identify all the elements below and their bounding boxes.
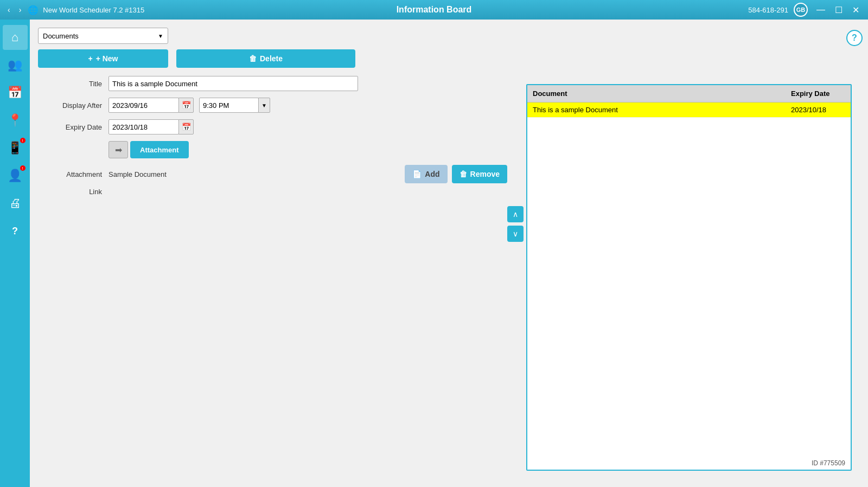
- expiry-calendar-button[interactable]: 📅: [178, 119, 194, 134]
- expiry-date-input[interactable]: [108, 119, 179, 134]
- delete-button[interactable]: 🗑 Delete: [176, 49, 355, 68]
- map-icon: 📍: [8, 113, 22, 127]
- sidebar-item-mobile[interactable]: 📱 !: [3, 136, 28, 161]
- sidebar-item-help[interactable]: ?: [3, 219, 28, 244]
- title-label: Title: [38, 80, 108, 88]
- table-row[interactable]: This is a sample Document 2023/10/18: [527, 102, 851, 118]
- new-button-label: + New: [96, 54, 118, 63]
- attachment-value: Sample Document: [108, 170, 400, 178]
- expiry-cell: 2023/10/18: [786, 102, 851, 118]
- dropdown-row: Documents ▼: [38, 28, 860, 44]
- sidebar: ⌂ 👥 📅 📍 📱 ! 👤 ! 🖨 ?: [0, 20, 30, 487]
- phone-number: 584-618-291: [748, 6, 788, 14]
- documents-table: Document Expiry Date This is a sample Do…: [527, 85, 851, 118]
- sidebar-help-icon: ?: [12, 226, 18, 237]
- close-button[interactable]: ✕: [849, 4, 863, 16]
- sidebar-item-calendar[interactable]: 📅: [3, 80, 28, 105]
- delete-button-label: Delete: [260, 54, 283, 63]
- app-name: New World Scheduler 7.2 #1315: [43, 6, 144, 14]
- globe-icon: 🌐: [28, 5, 39, 15]
- mobile-icon: 📱: [8, 141, 22, 155]
- home-icon: ⌂: [11, 30, 18, 44]
- attachment-button-label: Attachment: [140, 146, 179, 154]
- title-row: Title: [38, 76, 507, 91]
- app-body: ⌂ 👥 📅 📍 📱 ! 👤 ! 🖨 ? Documents: [0, 20, 868, 487]
- users-icon: 👥: [8, 58, 22, 72]
- add-button-label: Add: [425, 170, 439, 178]
- dropdown-value: Documents: [43, 32, 79, 40]
- nav-forward-button[interactable]: ›: [17, 4, 24, 15]
- trash-icon: 🗑: [249, 54, 257, 63]
- arrow-right-icon: ➡: [108, 141, 128, 158]
- display-after-time-input[interactable]: [199, 98, 259, 113]
- minimize-button[interactable]: —: [813, 4, 828, 16]
- expiry-date-label: Expiry Date: [38, 123, 108, 131]
- remove-icon: 🗑: [459, 170, 467, 178]
- link-label: Link: [38, 188, 108, 196]
- buttons-row: + + New 🗑 Delete: [38, 49, 860, 68]
- new-button[interactable]: + + New: [38, 49, 168, 68]
- sidebar-item-user-alert[interactable]: 👤 !: [3, 163, 28, 188]
- window-controls: — ☐ ✕: [813, 4, 863, 16]
- chevron-up-icon: ∧: [513, 210, 518, 219]
- dropdown-arrow-icon: ▼: [158, 33, 163, 39]
- id-footer: ID #775509: [812, 459, 845, 467]
- right-panel: Document Expiry Date This is a sample Do…: [526, 84, 852, 471]
- main-split: Title Display After 📅 ▼ Expiry Date: [38, 76, 860, 479]
- maximize-button[interactable]: ☐: [832, 4, 846, 16]
- sidebar-item-users[interactable]: 👥: [3, 53, 28, 78]
- title-bar-left: ‹ › 🌐 New World Scheduler 7.2 #1315: [5, 4, 144, 15]
- attachment-row: Attachment Sample Document 📄 Add 🗑 Remov…: [38, 165, 507, 183]
- title-bar-right: 584-618-291 GB — ☐ ✕: [748, 3, 863, 17]
- sidebar-item-home[interactable]: ⌂: [3, 25, 28, 50]
- document-cell: This is a sample Document: [527, 102, 786, 118]
- mobile-alert-badge: !: [20, 138, 25, 143]
- add-button[interactable]: 📄 Add: [405, 165, 447, 183]
- calendar-icon-expiry: 📅: [182, 123, 191, 131]
- chevron-down-icon: ∨: [513, 229, 518, 238]
- add-icon: 📄: [412, 170, 422, 178]
- attachment-button[interactable]: Attachment: [130, 141, 189, 158]
- user-alert-icon: 👤: [8, 169, 22, 183]
- display-after-date-input[interactable]: [108, 98, 179, 113]
- display-after-label: Display After: [38, 101, 108, 110]
- title-bar: ‹ › 🌐 New World Scheduler 7.2 #1315 Info…: [0, 0, 868, 20]
- link-row: Link: [38, 188, 507, 196]
- user-alert-badge: !: [20, 165, 25, 171]
- window-title: Information Board: [397, 5, 472, 15]
- nav-side-buttons: ∧ ∨: [507, 76, 526, 479]
- calendar-icon-small: 📅: [182, 101, 191, 110]
- remove-button-label: Remove: [470, 170, 500, 178]
- content-area: Documents ▼ + + New 🗑 Delete Title: [30, 20, 868, 487]
- display-after-calendar-button[interactable]: 📅: [178, 98, 194, 113]
- nav-back-button[interactable]: ‹: [5, 4, 12, 15]
- document-column-header: Document: [527, 85, 786, 102]
- remove-button[interactable]: 🗑 Remove: [452, 165, 507, 183]
- sidebar-item-print[interactable]: 🖨: [3, 191, 28, 216]
- display-after-row: Display After 📅 ▼: [38, 98, 507, 113]
- help-button[interactable]: ?: [846, 30, 863, 46]
- title-input[interactable]: [108, 76, 358, 91]
- sidebar-item-map[interactable]: 📍: [3, 108, 28, 133]
- category-dropdown[interactable]: Documents ▼: [38, 28, 168, 44]
- attachment-button-row: ➡ Attachment: [108, 141, 507, 158]
- nav-down-button[interactable]: ∨: [507, 226, 524, 242]
- plus-icon: +: [88, 54, 92, 63]
- time-dropdown-button[interactable]: ▼: [258, 98, 270, 113]
- left-panel: Title Display After 📅 ▼ Expiry Date: [38, 76, 507, 479]
- print-icon: 🖨: [9, 196, 21, 210]
- attachment-label: Attachment: [38, 170, 108, 178]
- attachment-buttons: 📄 Add 🗑 Remove: [405, 165, 507, 183]
- user-badge[interactable]: GB: [794, 3, 808, 17]
- expiry-date-row: Expiry Date 📅: [38, 119, 507, 134]
- expiry-column-header: Expiry Date: [786, 85, 851, 102]
- help-icon: ?: [852, 33, 857, 43]
- nav-up-button[interactable]: ∧: [507, 206, 524, 222]
- calendar-icon: 📅: [8, 86, 22, 100]
